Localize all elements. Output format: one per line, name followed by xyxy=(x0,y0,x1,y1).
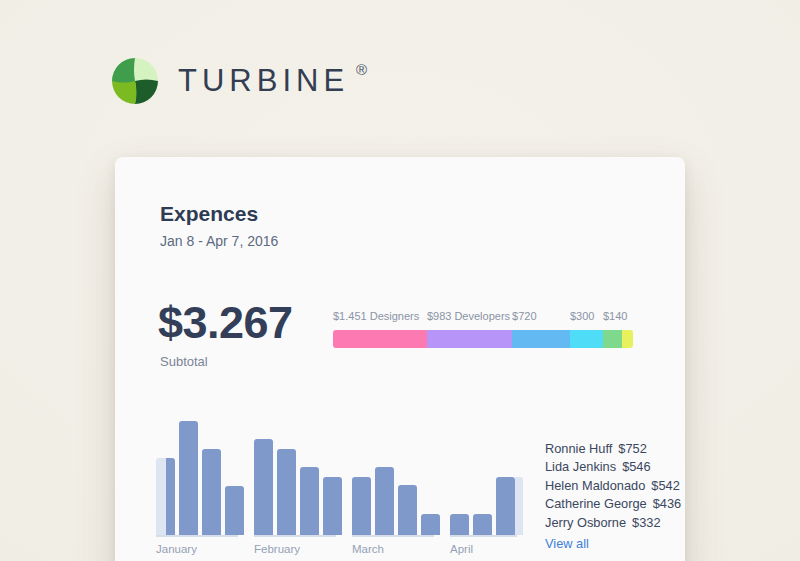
bar xyxy=(421,514,440,535)
breakdown-labels: $1.451 Designers$983 Developers$720$300$… xyxy=(333,310,633,324)
chart-month-april: April xyxy=(450,421,523,555)
breakdown-segment-label: $983 Developers xyxy=(427,310,510,322)
brand-header: TURBINE ® xyxy=(112,58,367,104)
breakdown-segment xyxy=(570,330,603,348)
month-bars xyxy=(450,421,523,535)
person-row: Jerry Osborne$332 xyxy=(545,514,681,532)
chart-month-january: January xyxy=(156,421,244,555)
view-all-link[interactable]: View all xyxy=(545,536,589,551)
partial-week-bar xyxy=(156,458,175,535)
weekly-bar-chart: JanuaryFebruaryMarchApril xyxy=(156,421,523,555)
person-row: Lida Jenkins$546 xyxy=(545,458,681,476)
month-bars xyxy=(352,421,440,535)
subtotal-label: Subtotal xyxy=(160,354,208,369)
bar xyxy=(398,485,417,535)
category-breakdown: $1.451 Designers$983 Developers$720$300$… xyxy=(333,310,633,348)
bar xyxy=(202,449,221,535)
bar xyxy=(225,486,244,535)
breakdown-segment-label: $300 xyxy=(570,310,594,322)
bar xyxy=(450,514,469,535)
bar xyxy=(352,477,371,535)
month-bars xyxy=(156,421,244,535)
partial-week-bar xyxy=(496,477,523,535)
person-name: Ronnie Huff xyxy=(545,440,612,458)
chart-month-march: March xyxy=(352,421,440,555)
page: TURBINE ® Expences Jan 8 - Apr 7, 2016 $… xyxy=(0,0,800,561)
people-rows: Ronnie Huff$752Lida Jenkins$546Helen Mal… xyxy=(545,440,681,532)
person-name: Lida Jenkins xyxy=(545,458,616,476)
person-row: Helen Maldonado$542 xyxy=(545,477,681,495)
person-amount: $542 xyxy=(651,477,679,495)
bar xyxy=(473,514,492,535)
bar xyxy=(375,467,394,535)
bar-out-of-range xyxy=(156,458,166,535)
person-name: Jerry Osborne xyxy=(545,514,626,532)
breakdown-segment-label: $720 xyxy=(512,310,536,322)
month-baseline xyxy=(352,535,434,537)
brand-name: TURBINE xyxy=(178,63,349,99)
breakdown-segment xyxy=(427,330,512,348)
people-list: Ronnie Huff$752Lida Jenkins$546Helen Mal… xyxy=(545,440,681,552)
card-title: Expences xyxy=(160,202,258,226)
month-label: April xyxy=(450,543,523,555)
month-label: March xyxy=(352,543,440,555)
registered-trademark-symbol: ® xyxy=(356,61,367,78)
person-amount: $752 xyxy=(618,440,646,458)
turbine-logo-icon xyxy=(112,58,158,104)
bar xyxy=(323,477,342,535)
date-range: Jan 8 - Apr 7, 2016 xyxy=(160,233,278,249)
breakdown-segment xyxy=(512,330,570,348)
bar xyxy=(277,449,296,535)
month-baseline xyxy=(156,535,238,537)
month-baseline xyxy=(450,535,517,537)
month-label: January xyxy=(156,543,244,555)
person-name: Catherine George xyxy=(545,495,647,513)
person-row: Catherine George$436 xyxy=(545,495,681,513)
breakdown-stacked-bar xyxy=(333,330,633,348)
breakdown-segment xyxy=(622,330,633,348)
person-name: Helen Maldonado xyxy=(545,477,645,495)
subtotal-amount: $3.267 xyxy=(158,297,293,349)
breakdown-segment xyxy=(333,330,427,348)
breakdown-segment-label: $1.451 Designers xyxy=(333,310,419,322)
bar-out-of-range xyxy=(515,477,523,535)
breakdown-segment-label: $140 xyxy=(603,310,627,322)
bar xyxy=(300,467,319,535)
chart-month-february: February xyxy=(254,421,342,555)
month-bars xyxy=(254,421,342,535)
bar xyxy=(179,421,198,535)
bar xyxy=(254,439,273,535)
bar xyxy=(166,458,175,535)
person-amount: $436 xyxy=(653,495,681,513)
expenses-card: Expences Jan 8 - Apr 7, 2016 $3.267 Subt… xyxy=(115,157,685,561)
brand-wordmark: TURBINE ® xyxy=(178,63,367,99)
person-amount: $546 xyxy=(622,458,650,476)
month-baseline xyxy=(254,535,336,537)
breakdown-segment xyxy=(603,330,622,348)
person-amount: $332 xyxy=(632,514,660,532)
person-row: Ronnie Huff$752 xyxy=(545,440,681,458)
bar xyxy=(496,477,515,535)
month-label: February xyxy=(254,543,342,555)
